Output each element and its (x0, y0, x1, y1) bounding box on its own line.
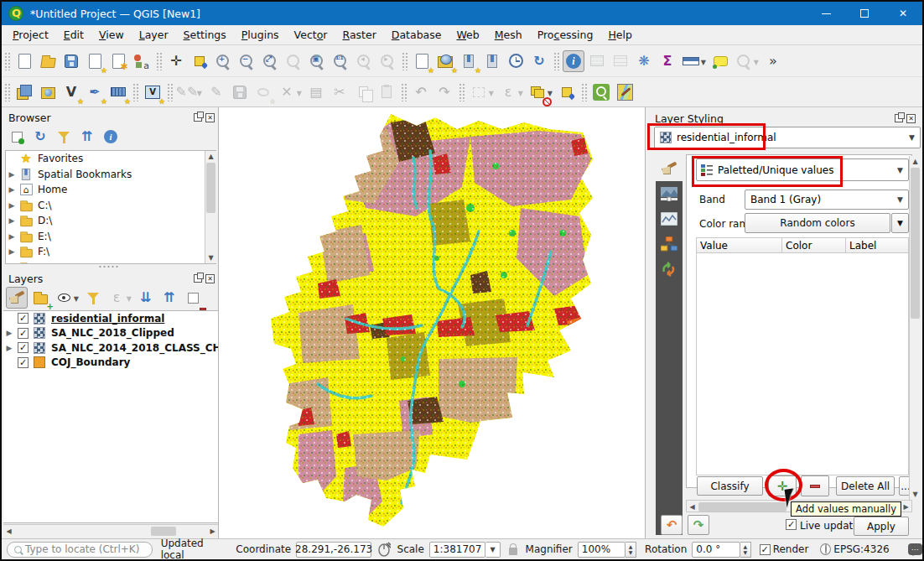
column-header-value[interactable]: Value (697, 238, 782, 252)
browser-scrollbar[interactable]: ▲ ▼ (205, 151, 216, 263)
toolbar-grip-handle[interactable] (167, 83, 173, 101)
new-project-button[interactable] (13, 50, 35, 72)
menu-item-project[interactable]: Project (5, 26, 56, 44)
browser-item-c-[interactable]: ▶C:\ (6, 198, 215, 214)
classify-button[interactable]: Classify (697, 476, 763, 496)
new-print-layout-button[interactable]: ★ (84, 50, 106, 72)
expand-icon[interactable]: ▶ (6, 232, 18, 241)
browser-item-favorites[interactable]: ★Favorites (6, 151, 215, 167)
styling-vscrollbar[interactable]: ▲ ▼ (909, 156, 921, 500)
column-header-color[interactable]: Color (782, 238, 846, 252)
style-manager-button[interactable] (131, 50, 153, 72)
toolbar-grip-handle[interactable] (459, 83, 465, 101)
menu-item-vector[interactable]: Vector (287, 26, 335, 44)
select-by-value-button[interactable] (556, 81, 578, 103)
scroll-down-icon[interactable]: ▼ (205, 252, 216, 263)
toolbar-grip-handle[interactable] (4, 83, 10, 101)
tab-histogram[interactable] (656, 206, 683, 231)
expand-icon[interactable]: ▶ (6, 185, 18, 194)
scroll-thumb[interactable] (911, 168, 920, 319)
browser-properties-button[interactable]: i (100, 126, 122, 148)
pan-map-button[interactable]: ✛ (165, 50, 187, 72)
toolbar-grip-handle[interactable] (402, 52, 407, 70)
styling-layer-select[interactable]: residential_informal ▼ (654, 127, 921, 148)
crs-value[interactable]: EPSG:4326 (833, 543, 889, 555)
osm-place-search-button[interactable] (590, 81, 612, 103)
spin-down-icon[interactable]: ▼ (743, 549, 747, 555)
deselect-all-button[interactable]: ▼ (527, 81, 548, 103)
new-virtual-layer-button[interactable]: ★ (107, 81, 129, 103)
rotation-input[interactable]: 0.0 ° (692, 542, 740, 558)
tab-symbology[interactable] (656, 156, 683, 181)
menu-item-plugins[interactable]: Plugins (234, 26, 287, 44)
toolbar-grip-handle[interactable] (553, 52, 559, 70)
identify-features-button[interactable]: i (563, 50, 584, 72)
show-spatial-bookmarks-button[interactable] (481, 50, 503, 72)
layer-item-sa-nlc-2018-clipped[interactable]: ▶✓SA_NLC_2018_Clipped (3, 326, 218, 341)
open-project-button[interactable] (37, 50, 59, 72)
zoom-out-button[interactable]: − (236, 50, 257, 72)
add-vector-layer-button[interactable] (37, 81, 59, 103)
browser-item-f-[interactable]: ▶F:\ (6, 244, 215, 260)
toolbar-grip-handle[interactable] (581, 83, 587, 101)
scroll-left-icon[interactable]: ◀ (3, 526, 14, 537)
menu-item-edit[interactable]: Edit (56, 26, 91, 44)
delete-all-button[interactable]: Delete All (836, 476, 895, 496)
tab-history[interactable] (656, 257, 683, 282)
browser-item-d-[interactable]: ▶D:\ (6, 213, 215, 229)
expand-icon[interactable]: ▶ (6, 201, 18, 210)
toolbar-grip-handle[interactable] (132, 83, 138, 101)
expand-icon[interactable]: ▶ (3, 344, 15, 352)
scroll-right-icon[interactable]: ▶ (901, 501, 911, 512)
scroll-thumb[interactable] (698, 502, 786, 512)
measure-button[interactable]: ▼ (680, 50, 702, 72)
close-button[interactable]: ✕ (884, 2, 922, 25)
scroll-right-icon[interactable]: ▶ (207, 526, 218, 537)
zoom-to-layer-button[interactable]: ▣ (306, 50, 328, 72)
expand-icon[interactable]: ▶ (6, 263, 18, 264)
scroll-thumb[interactable] (206, 163, 215, 213)
expand-icon[interactable]: ▶ (6, 247, 18, 256)
layers-float-icon[interactable] (194, 274, 202, 283)
live-update-checkbox[interactable]: ✓ (786, 519, 797, 530)
open-layer-styling-button[interactable] (6, 287, 28, 309)
coordinate-input[interactable]: 28.291,-26.173 (296, 542, 371, 558)
color-ramp-button[interactable]: Random colors (745, 213, 890, 233)
layer-item-residential-informal[interactable]: ✓residential_informal (3, 311, 218, 326)
browser-float-icon[interactable] (194, 113, 202, 122)
scale-input[interactable]: 1:381707 (429, 542, 486, 558)
menu-item-web[interactable]: Web (449, 26, 486, 44)
magnifier-input[interactable]: 100% (578, 542, 626, 558)
render-checkbox[interactable]: ✓ (760, 544, 771, 555)
layer-visibility-checkbox[interactable]: ✓ (18, 313, 29, 324)
render-type-select[interactable]: Paletted/Unique values ▼ (696, 158, 909, 181)
browser-item-e-[interactable]: ▶E:\ (6, 229, 215, 245)
browser-close-icon[interactable]: ✕ (205, 113, 215, 122)
crs-globe-icon[interactable] (820, 543, 831, 555)
expand-all-button[interactable]: ⇊ (135, 287, 157, 309)
statistical-summary-button[interactable]: Σ (657, 50, 678, 72)
spin-down-icon[interactable]: ▼ (629, 549, 633, 555)
browser-filter-button[interactable] (53, 126, 75, 148)
scroll-up-icon[interactable]: ▲ (205, 151, 216, 162)
toolbar-grip-handle[interactable] (4, 52, 10, 70)
map-canvas[interactable] (218, 107, 646, 538)
zoom-full-button[interactable]: ⤢ (259, 50, 281, 72)
values-table-body[interactable] (696, 253, 909, 475)
expand-icon[interactable]: ▶ (6, 216, 18, 225)
browser-item-partial[interactable]: ▶ (6, 260, 215, 265)
styling-redo-button[interactable]: ↷ (688, 515, 709, 535)
apply-button[interactable]: Apply (854, 517, 909, 536)
refresh-map-button[interactable]: ↻ (528, 50, 550, 72)
new-spatial-bookmark-button[interactable]: ★ (458, 50, 480, 72)
scroll-down-icon[interactable]: ▼ (910, 489, 921, 500)
expand-icon[interactable]: ▶ (3, 329, 15, 337)
color-ramp-dropdown-button[interactable]: ▼ (891, 213, 909, 233)
spin-up-icon[interactable]: ▲ (743, 543, 747, 549)
tab-pyramids[interactable] (656, 231, 683, 257)
data-source-manager-button[interactable] (13, 81, 35, 103)
layer-visibility-checkbox[interactable]: ✓ (18, 357, 29, 368)
layer-visibility-checkbox[interactable]: ✓ (18, 328, 29, 339)
browser-item-home[interactable]: ▶⌂Home (6, 182, 215, 198)
pan-to-selection-button[interactable] (189, 50, 210, 72)
